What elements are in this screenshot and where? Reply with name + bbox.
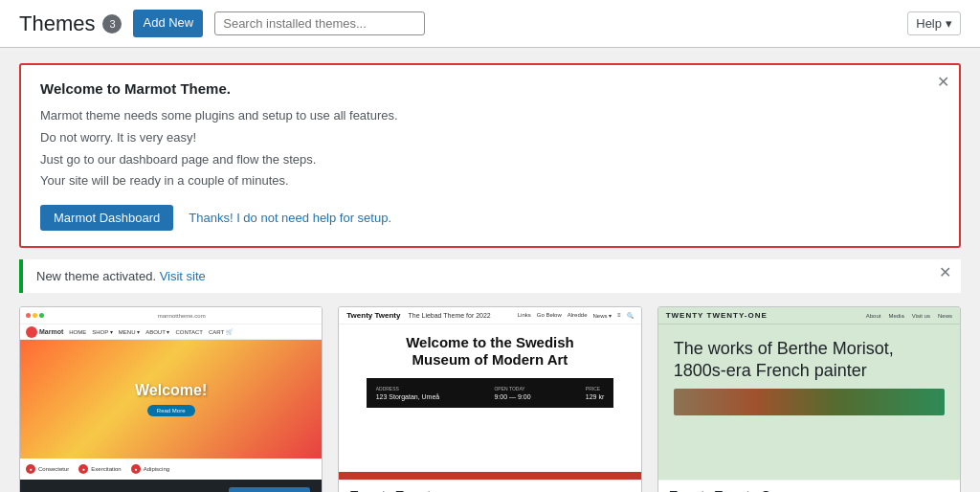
theme-name: Twenty Twenty <box>350 488 437 492</box>
activated-text: New theme activated. <box>36 269 156 283</box>
welcome-line2: Do not worry. It is very easy! <box>40 128 940 148</box>
page-title: Themes 3 <box>19 11 122 36</box>
chevron-down-icon: ▾ <box>946 16 952 31</box>
twenty-twenty-one-screenshot: TWENTY TWENTY-ONE AboutMediaVisit usNews… <box>658 307 960 480</box>
active-theme-footer: Active: Marmot Customize <box>20 480 322 492</box>
theme-card-marmot[interactable]: marmottheme.com Marmot HOMESHOP ▾MENU ▾A… <box>19 306 323 492</box>
dismiss-setup-link[interactable]: Thanks! I do not need help for setup. <box>189 211 391 225</box>
theme-card-twenty-twenty-one[interactable]: TWENTY TWENTY-ONE AboutMediaVisit usNews… <box>657 306 961 492</box>
welcome-notice-close-button[interactable]: ✕ <box>937 75 949 90</box>
visit-site-link[interactable]: Visit site <box>160 269 206 283</box>
marmot-screenshot: marmottheme.com Marmot HOMESHOP ▾MENU ▾A… <box>20 307 322 480</box>
theme-footer-twenty-twenty: Twenty Twenty <box>339 480 640 492</box>
welcome-line4: Your site will be ready in a couple of m… <box>40 171 940 191</box>
activated-notice-close-button[interactable]: ✕ <box>939 265 951 280</box>
main-content: Welcome to Marmot Theme. Marmot theme ne… <box>0 48 980 492</box>
welcome-line3: Just go to our dashboard page and flow t… <box>40 150 940 170</box>
customize-button[interactable]: Customize <box>229 487 310 492</box>
title-text: Themes <box>19 11 95 36</box>
help-button[interactable]: Help ▾ <box>907 11 961 35</box>
add-new-button[interactable]: Add New <box>133 10 203 37</box>
welcome-buttons: Marmot Dashboard Thanks! I do not need h… <box>40 205 940 231</box>
welcome-line1: Marmot theme needs some plugins and setu… <box>40 106 940 126</box>
theme-footer-twenty-twenty-one: Twenty Twenty-One <box>658 480 960 492</box>
welcome-heading: Welcome to Marmot Theme. <box>40 80 940 97</box>
twenty-twenty-screenshot: Twenty Twenty The Liebad Theme for 2022 … <box>339 307 640 480</box>
theme-name: Twenty Twenty-One <box>670 488 786 492</box>
help-label: Help <box>916 16 942 31</box>
search-input[interactable] <box>214 11 425 35</box>
header: Themes 3 Add New Help ▾ <box>0 0 980 48</box>
theme-card-twenty-twenty[interactable]: Twenty Twenty The Liebad Theme for 2022 … <box>338 306 641 492</box>
themes-grid: marmottheme.com Marmot HOMESHOP ▾MENU ▾A… <box>19 306 961 492</box>
welcome-notice: Welcome to Marmot Theme. Marmot theme ne… <box>19 63 961 248</box>
activated-notice: New theme activated. Visit site ✕ <box>19 259 961 293</box>
theme-count-badge: 3 <box>102 14 122 34</box>
marmot-dashboard-button[interactable]: Marmot Dashboard <box>40 205 173 231</box>
